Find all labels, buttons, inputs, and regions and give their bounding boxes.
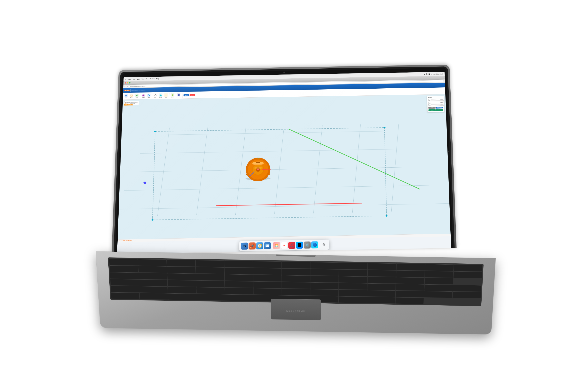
key[interactable]: [225, 288, 253, 294]
dock-launchpad[interactable]: 🚀: [248, 242, 256, 250]
key[interactable]: [253, 268, 282, 275]
key[interactable]: [196, 287, 224, 294]
scale-button[interactable]: Scale: [134, 93, 139, 98]
key[interactable]: [224, 260, 253, 267]
dock-photos[interactable]: 🌅: [273, 242, 280, 249]
dock-music[interactable]: 🎵: [288, 242, 295, 249]
key[interactable]: [310, 262, 339, 269]
key-arrow[interactable]: [367, 297, 395, 304]
key[interactable]: [282, 268, 310, 275]
key[interactable]: [224, 267, 253, 274]
key[interactable]: [339, 290, 367, 296]
menu-go[interactable]: Go: [146, 78, 148, 80]
key[interactable]: [368, 263, 396, 270]
key-tab[interactable]: [110, 272, 167, 280]
key[interactable]: [454, 271, 482, 278]
reset-position-button[interactable]: Reset Position: [436, 107, 443, 108]
key[interactable]: [282, 288, 310, 295]
key-shift-r[interactable]: [396, 290, 452, 298]
dock-systemprefs[interactable]: ⚙️: [304, 242, 311, 248]
key[interactable]: [167, 273, 196, 280]
key[interactable]: [339, 263, 368, 270]
rotate-button[interactable]: Rotate: [129, 94, 134, 98]
models-button[interactable]: Models: [124, 94, 129, 98]
onbed-panel-button[interactable]: On bed: [428, 109, 436, 111]
key[interactable]: [396, 270, 425, 277]
key[interactable]: [253, 274, 282, 282]
dock-safari[interactable]: 🧭: [256, 242, 263, 249]
key-arrow[interactable]: [339, 296, 367, 303]
dock-calendar[interactable]: 19: [281, 242, 288, 249]
key-fn[interactable]: [452, 292, 481, 298]
onbed-button[interactable]: On bed: [158, 93, 163, 98]
key[interactable]: [282, 262, 310, 268]
dock-mail[interactable]: ✉️: [264, 242, 271, 249]
search-icon[interactable]: ⌕: [431, 74, 432, 75]
extra-button[interactable]: Extra: [164, 93, 168, 98]
y-input[interactable]: [431, 102, 444, 104]
key[interactable]: [196, 267, 224, 274]
key[interactable]: [424, 278, 453, 284]
key[interactable]: [368, 276, 396, 284]
key-shift[interactable]: [111, 286, 168, 293]
dock-appstore[interactable]: 🅰: [296, 242, 303, 249]
key[interactable]: [196, 280, 224, 287]
key-arrow[interactable]: [396, 297, 424, 304]
key-return[interactable]: [424, 284, 481, 292]
key[interactable]: [396, 264, 425, 270]
key-opt[interactable]: [140, 293, 168, 300]
key[interactable]: [396, 277, 424, 284]
key[interactable]: [425, 271, 453, 278]
key[interactable]: [110, 266, 138, 272]
key[interactable]: [282, 275, 310, 282]
key[interactable]: [396, 284, 424, 291]
menu-finder[interactable]: Finder: [128, 78, 131, 80]
z-input[interactable]: [431, 104, 444, 106]
key[interactable]: [168, 286, 196, 294]
key[interactable]: [224, 274, 253, 281]
dock-finder[interactable]: 🗂: [241, 242, 248, 250]
key-caps[interactable]: [110, 279, 168, 286]
menu-help[interactable]: Help: [156, 78, 159, 80]
menu-view[interactable]: View: [141, 78, 144, 80]
key[interactable]: [167, 266, 196, 273]
key[interactable]: [454, 264, 482, 272]
key[interactable]: [310, 276, 339, 282]
addfile-button[interactable]: Add File: [170, 93, 175, 98]
key[interactable]: [168, 280, 196, 287]
key[interactable]: [367, 290, 396, 297]
key[interactable]: [253, 261, 282, 268]
menu-file[interactable]: File: [133, 78, 136, 80]
reload-button[interactable]: ↻: [127, 86, 128, 87]
center-button[interactable]: Center: [436, 109, 443, 111]
key[interactable]: [339, 283, 367, 290]
back-button[interactable]: ‹: [124, 86, 125, 87]
save-button[interactable]: Save: [184, 94, 189, 96]
key[interactable]: [339, 276, 367, 283]
3d-viewport[interactable]: Dremel 3D40 Idea Builder 3 inch_47040022…: [118, 94, 450, 239]
close-button[interactable]: [125, 82, 126, 84]
key[interactable]: [310, 282, 339, 289]
camera-button[interactable]: Camera: [146, 93, 151, 98]
key[interactable]: [254, 288, 282, 295]
forward-button[interactable]: ›: [126, 86, 126, 87]
key[interactable]: [282, 282, 310, 289]
key[interactable]: [138, 259, 166, 266]
key[interactable]: [310, 269, 339, 276]
key[interactable]: [368, 270, 396, 277]
key[interactable]: [310, 289, 339, 296]
dock-control[interactable]: 🔵: [311, 241, 318, 248]
x-input[interactable]: [430, 99, 444, 101]
key[interactable]: [339, 269, 368, 276]
key[interactable]: [196, 260, 224, 267]
printer-button[interactable]: Printer: [141, 93, 146, 98]
update-button[interactable]: Update: [428, 107, 436, 108]
menu-window[interactable]: Window: [150, 78, 154, 80]
key[interactable]: [196, 274, 224, 280]
undo-button[interactable]: Undo: [153, 93, 158, 98]
key[interactable]: [167, 260, 196, 266]
key[interactable]: [138, 266, 167, 273]
key[interactable]: [109, 258, 138, 266]
minimize-button[interactable]: [127, 82, 128, 84]
dock-trash[interactable]: 🗑: [320, 241, 328, 248]
